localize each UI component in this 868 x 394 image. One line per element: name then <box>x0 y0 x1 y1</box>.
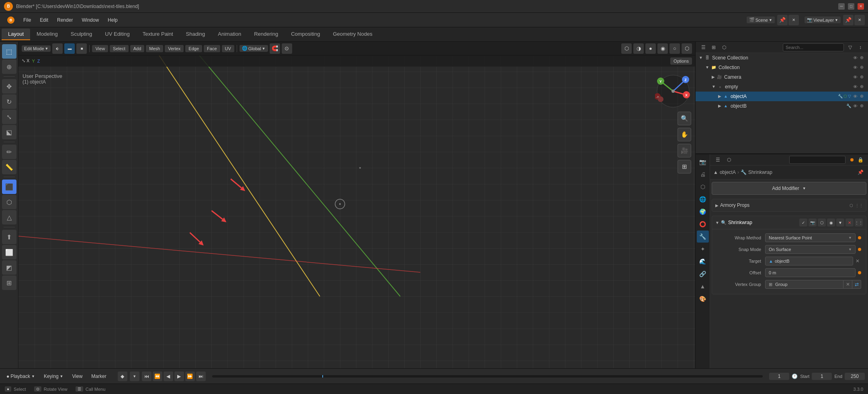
vertex-group-remove-btn[interactable]: ✕ <box>843 280 852 289</box>
armory-expand-btn[interactable]: ⬡ <box>848 202 855 209</box>
outliner-item-empty[interactable]: ▼ ⬦ empty 👁 ⊕ <box>696 82 868 92</box>
keying-menu-btn[interactable]: Keying ▼ <box>41 372 67 380</box>
menu-item-render[interactable]: Render <box>53 16 77 24</box>
props-menu-btn[interactable]: ☰ <box>713 155 722 164</box>
vertex-group-swap-btn[interactable]: ⇄ <box>852 280 861 289</box>
target-remove-btn[interactable]: ✕ <box>854 257 861 265</box>
play-reverse-btn[interactable]: ◀ <box>164 372 173 381</box>
menu-item-window[interactable]: Window <box>78 16 103 24</box>
scene-collection-render[interactable]: ⊕ <box>858 55 865 61</box>
target-field[interactable]: ▲ objectB <box>765 257 853 265</box>
shrinkwrap-apply-btn[interactable]: ✓ <box>799 218 807 227</box>
snap-mode-dropdown[interactable]: On Surface ▼ <box>765 245 856 254</box>
tool-measure[interactable]: 📏 <box>2 160 16 174</box>
maximize-button[interactable]: □ <box>848 3 854 10</box>
shading-wireframe[interactable]: ⬡ <box>682 43 692 54</box>
tool-add-cube[interactable]: ⬛ <box>2 180 16 194</box>
edge-select-mode[interactable]: ▬ <box>64 43 75 54</box>
wrap-method-dot[interactable] <box>858 236 861 239</box>
empty-render[interactable]: ⊕ <box>858 84 865 90</box>
prop-tab-output[interactable]: 🖨 <box>697 168 709 180</box>
nav-pan-btn[interactable]: ✋ <box>678 128 691 141</box>
prop-tab-data[interactable]: ▲ <box>697 280 709 292</box>
tab-texture-paint[interactable]: Texture Paint <box>136 29 180 40</box>
face-menu[interactable]: Face <box>204 45 220 52</box>
prop-tab-view-layer[interactable]: ⬡ <box>697 181 709 193</box>
tab-sculpting[interactable]: Sculpting <box>64 29 98 40</box>
outliner-menu-btn[interactable]: ☰ <box>699 43 708 52</box>
wrap-method-dropdown[interactable]: Nearest Surface Point ▼ <box>765 233 856 242</box>
outliner-item-objectA[interactable]: ▶ ▲ objectA 🔧 ⬡ ▽ 👁 ⊕ <box>696 92 868 101</box>
vertex-menu[interactable]: Vertex <box>165 45 184 52</box>
snap-toggle[interactable]: 🧲 <box>270 43 280 54</box>
tab-compositing[interactable]: Compositing <box>285 29 326 40</box>
tab-animation[interactable]: Animation <box>211 29 248 40</box>
menu-item-help[interactable]: Help <box>104 16 122 24</box>
outliner-item-scene-collection[interactable]: ▼ 🗄 Scene Collection 👁 ⊕ <box>696 53 868 63</box>
tool-cursor[interactable]: ⊕ <box>2 59 16 74</box>
tab-layout[interactable]: Layout <box>2 29 30 40</box>
current-frame-display[interactable]: 1 <box>769 373 789 380</box>
armory-props-header[interactable]: ▶ Armory Props ⬡ ⋮⋮ <box>712 199 866 211</box>
vertex-group-field[interactable]: ⊞ Group <box>765 280 843 289</box>
tool-loop-cut[interactable]: ⊞ <box>2 276 16 290</box>
orientation-gizmo[interactable]: Y Z -X X <box>655 73 691 109</box>
marker-menu-btn[interactable]: Marker <box>88 372 109 380</box>
vertex-select-mode[interactable]: ⬖ <box>52 43 63 54</box>
timeline-playback-btn[interactable]: ● Playback ▼ <box>3 372 38 380</box>
props-lock-btn[interactable]: 🔒 <box>856 155 865 164</box>
outliner-sync-btn[interactable]: ↕ <box>856 43 865 52</box>
offset-dot[interactable] <box>858 271 861 274</box>
keyframe-type-btn[interactable]: ◆ <box>118 372 127 381</box>
face-select-mode[interactable]: ■ <box>76 43 87 54</box>
tool-add-cone[interactable]: △ <box>2 210 16 225</box>
tool-annotate[interactable]: ✏ <box>2 145 16 159</box>
objectA-render[interactable]: ⊕ <box>858 93 865 100</box>
uv-menu[interactable]: UV <box>222 45 234 52</box>
tool-select[interactable]: ⬚ <box>2 44 16 59</box>
nav-table-btn[interactable]: ⊞ <box>678 160 691 174</box>
edge-menu[interactable]: Edge <box>185 45 202 52</box>
viewlayer-pin-btn[interactable]: 📌 <box>843 15 854 25</box>
menu-item-blender[interactable]: B <box>3 15 18 25</box>
tool-add-cylinder[interactable]: ⬡ <box>2 195 16 209</box>
prop-tab-material[interactable]: 🎨 <box>697 293 709 305</box>
prop-tab-object[interactable]: ⭕ <box>697 218 709 230</box>
shrinkwrap-cam-btn[interactable]: 📷 <box>809 218 817 227</box>
camera-render[interactable]: ⊕ <box>858 74 865 80</box>
outliner-item-camera[interactable]: ▶ 🎥 Camera 👁 ⊕ <box>696 72 868 82</box>
minimize-button[interactable]: ─ <box>838 3 845 10</box>
prop-tab-particles[interactable]: ✦ <box>697 243 709 255</box>
view-menu[interactable]: View <box>92 45 108 52</box>
tool-scale[interactable]: ⤡ <box>2 110 16 124</box>
tool-transform[interactable]: ⬕ <box>2 125 16 139</box>
outliner-display-btn[interactable]: ⊞ <box>709 43 718 52</box>
shading-rendered[interactable]: ○ <box>669 43 680 54</box>
overlay-toggle[interactable]: ⬡ <box>621 43 632 54</box>
timeline-scrubber[interactable] <box>212 375 763 378</box>
start-frame-display[interactable]: 1 <box>812 373 832 380</box>
empty-eye[interactable]: 👁 <box>852 84 858 90</box>
scene-new-btn[interactable]: ✕ <box>788 15 799 25</box>
transform-orientation[interactable]: 🌐 Global ▼ <box>240 45 268 52</box>
props-search-input[interactable] <box>789 156 846 164</box>
prop-tab-physics[interactable]: 🌊 <box>697 255 709 267</box>
prop-tab-world[interactable]: 🌍 <box>697 206 709 218</box>
step-forward-btn[interactable]: ⏩ <box>185 372 195 381</box>
timeline-view-btn[interactable]: View <box>69 372 86 380</box>
scene-selector[interactable]: 🎬 Scene ▼ <box>747 16 775 23</box>
tool-move[interactable]: ✥ <box>2 79 16 94</box>
scene-pin-btn[interactable]: 📌 <box>777 15 788 25</box>
menu-item-file[interactable]: File <box>19 16 35 24</box>
keyframe-type-arrow[interactable]: ▼ <box>130 372 139 381</box>
outliner-item-objectB[interactable]: ▶ ▲ objectB 🔧 👁 ⊕ <box>696 101 868 111</box>
prop-tab-scene[interactable]: 🌐 <box>697 193 709 205</box>
collection-render[interactable]: ⊕ <box>858 64 865 71</box>
options-menu[interactable]: Options <box>670 57 692 65</box>
offset-field[interactable]: 0 m <box>765 268 856 277</box>
step-back-btn[interactable]: ⏪ <box>153 372 162 381</box>
tool-extrude[interactable]: ⬆ <box>2 230 16 244</box>
tab-rendering[interactable]: Rendering <box>248 29 285 40</box>
outliner-filter-btn[interactable]: ⬡ <box>720 43 729 52</box>
proportional-toggle[interactable]: ⊙ <box>282 43 292 54</box>
